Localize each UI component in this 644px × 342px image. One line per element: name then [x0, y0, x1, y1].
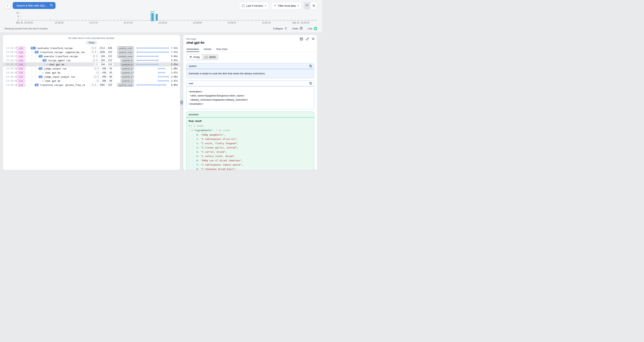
instrumentation-tag[interactable]: pydantic-evals	[117, 50, 134, 54]
trace-row[interactable]: 13:18:11evals⊟16evaluate transform_recip…	[3, 46, 180, 50]
token-stats-pill[interactable]: Σ↗ 104↙ 212	[91, 54, 114, 58]
json-array-item: 5: "1 celery stalk, diced",	[196, 154, 312, 158]
input-tokens: ↗ 104	[98, 63, 105, 66]
trace-row[interactable]: 13:18:11evals⊟7transform_recipe: vegetar…	[3, 50, 180, 54]
duration-bar[interactable]	[137, 48, 168, 48]
instrumentation-tag[interactable]: pydantic-ai	[120, 79, 134, 82]
trace-row[interactable]: 13:18:16evals⊟1judge_output runΣ↗ 436↙ 4…	[3, 66, 180, 70]
filter-local-data-dropdown[interactable]: Filter local data ∨	[271, 2, 302, 9]
duration-bar[interactable]	[158, 76, 168, 77]
tree-cell: ⊟2execute transform_recipe	[27, 54, 85, 58]
message-card-assistant: assistant final_result ▼{ 2 items ▼"ingr…	[186, 112, 314, 170]
trace-row[interactable]: 13:18:11evals◆chat gpt-4o↗ 104↙ 212pydan…	[3, 62, 180, 66]
span-label: transform_recipe: gluten_free_recipe	[40, 84, 85, 86]
token-stats-pill[interactable]: Σ↗ 2112↙ 648	[90, 46, 114, 50]
duration-bar[interactable]	[158, 72, 165, 73]
collapse-twisty-icon[interactable]: ▼	[192, 128, 194, 133]
duration-bar[interactable]	[137, 52, 168, 53]
waterfall-track	[137, 66, 168, 70]
y-axis-line	[20, 13, 20, 21]
dock-panel-icon[interactable]	[300, 38, 303, 40]
histogram-bar[interactable]	[156, 14, 158, 21]
copy-link-icon[interactable]	[306, 38, 309, 40]
evals-badge[interactable]: evals	[16, 80, 26, 82]
json-tree: ▼{ 2 items ▼"ingredients": [ 12 items 0:…	[188, 124, 312, 170]
token-stats-pill[interactable]: ↗ 104↙ 212	[94, 63, 114, 66]
close-icon[interactable]	[312, 38, 314, 40]
date-chip-today[interactable]: Today	[86, 41, 97, 44]
copy-icon[interactable]	[309, 82, 312, 85]
tab-generation[interactable]: Generation	[186, 48, 199, 52]
token-stats-pill[interactable]: Σ↗ 1030↙ 323	[90, 50, 114, 54]
live-toggle[interactable]: Live	[308, 27, 317, 30]
trace-row[interactable]: 13:18:11evals⊟1recipe_agent runΣ↗ 104↙ 2…	[3, 58, 180, 62]
token-stats-pill[interactable]: ↗ 436↙ 45	[95, 71, 114, 74]
duration-text: 1.68s	[170, 67, 180, 70]
evals-badge[interactable]: evals	[16, 67, 26, 70]
duration-bar[interactable]	[158, 80, 168, 82]
collapse-minus-icon: ⊟	[39, 76, 40, 78]
collapse-minus-icon: ⊟	[35, 51, 36, 53]
collapse-twisty-icon[interactable]: ▼	[188, 124, 191, 128]
waterfall-track	[137, 62, 168, 66]
duration-bar[interactable]	[137, 56, 158, 57]
copy-icon[interactable]	[309, 65, 312, 68]
tree-collapse-chip[interactable]: ⊟7	[34, 51, 39, 54]
histogram-plot-area[interactable]: 1050Mar 31. 13:15:5213:16:2913:17:0713:1…	[20, 10, 318, 21]
clear-button[interactable]: Clear	[292, 27, 303, 30]
evals-badge[interactable]: evals	[16, 59, 26, 62]
duration-bar[interactable]	[158, 68, 165, 69]
json-view-button[interactable]: { } JSON	[202, 54, 218, 60]
token-stats-pill[interactable]: Σ↗ 436↙ 45	[92, 67, 114, 70]
evals-badge[interactable]: evals	[16, 63, 26, 66]
evals-badge[interactable]: evals	[16, 71, 26, 74]
tree-collapse-chip[interactable]: ⊟16	[30, 46, 36, 50]
evals-badge[interactable]: evals	[16, 84, 26, 86]
tree-collapse-chip[interactable]: ⊟1	[42, 59, 47, 62]
trace-row[interactable]: 13:18:11evals⊞7transform_recipe: gluten_…	[3, 83, 180, 87]
duration-bar[interactable]	[137, 60, 158, 61]
token-stats-pill[interactable]: ↗ 490↙ 66	[95, 79, 114, 83]
tree-collapse-chip[interactable]: ⊟1	[38, 75, 43, 78]
tree-view-toggle[interactable]	[304, 2, 310, 9]
evals-badge[interactable]: evals	[16, 47, 26, 50]
tab-raw-data[interactable]: Raw Data	[216, 48, 228, 52]
collapse-button[interactable]: Collapse	[273, 27, 287, 30]
duration-text: 6.89s	[170, 84, 180, 86]
tree-collapse-chip[interactable]: ⊞7	[34, 84, 39, 86]
token-coin-icon	[92, 51, 94, 53]
pretty-view-button[interactable]: Pretty	[187, 54, 202, 60]
instrumentation-tag[interactable]: pydantic-ai	[120, 71, 134, 74]
instrumentation-tag[interactable]: pydantic-ai	[120, 63, 134, 66]
evals-badge[interactable]: evals	[16, 76, 26, 78]
instrumentation-tag[interactable]: pydantic-ai	[120, 75, 134, 78]
instrumentation-tag[interactable]: pydantic-ai	[120, 59, 134, 62]
token-stats-pill[interactable]: Σ↗ 490↙ 66	[92, 75, 114, 78]
input-tokens: ↗ 436	[100, 67, 106, 70]
duration-bar[interactable]	[137, 64, 158, 65]
panel-splitter[interactable]	[180, 35, 183, 170]
tab-details[interactable]: Details	[204, 48, 212, 52]
showing-records-text: Showing records from the last 5 minutes	[4, 27, 48, 30]
list-view-toggle[interactable]	[310, 2, 317, 9]
trace-row[interactable]: 13:18:11evals⊟2execute transform_recipeΣ…	[3, 54, 180, 58]
tree-collapse-chip[interactable]: ⊟1	[38, 67, 43, 70]
tree-collapse-chip[interactable]: ⊟2	[38, 55, 43, 58]
row-timestamp: 13:18:16	[3, 80, 14, 82]
evals-badge[interactable]: evals	[16, 55, 26, 58]
token-stats-pill[interactable]: Σ↗ 104↙ 212	[91, 59, 114, 62]
instrumentation-tag[interactable]: pydantic-ai	[120, 67, 134, 70]
instrumentation-tag[interactable]: pydantic-evals	[117, 54, 134, 58]
evals-badge[interactable]: evals	[16, 51, 26, 54]
time-range-dropdown[interactable]: Last 5 minutes ∨	[239, 2, 269, 9]
search-button[interactable]: Search & filter with SQL...	[13, 2, 56, 9]
trace-row[interactable]: 13:18:16evals◆chat gpt-4o↗ 436↙ 45pydant…	[3, 70, 180, 75]
instrumentation-tag[interactable]: pydantic-evals	[117, 46, 134, 50]
waterfall-track	[137, 79, 168, 83]
token-stats-pill[interactable]: Σ↗ 1082↙ 325	[90, 83, 114, 87]
instrumentation-tag[interactable]: pydantic-evals	[117, 83, 134, 86]
splitter-drag-handle[interactable]	[180, 100, 183, 106]
trace-row[interactable]: 13:18:16evals⊟1judge_input_output runΣ↗ …	[3, 75, 180, 79]
duration-bar[interactable]	[137, 84, 166, 86]
trace-row[interactable]: 13:18:16evals◆chat gpt-4o↗ 490↙ 66pydant…	[3, 79, 180, 83]
